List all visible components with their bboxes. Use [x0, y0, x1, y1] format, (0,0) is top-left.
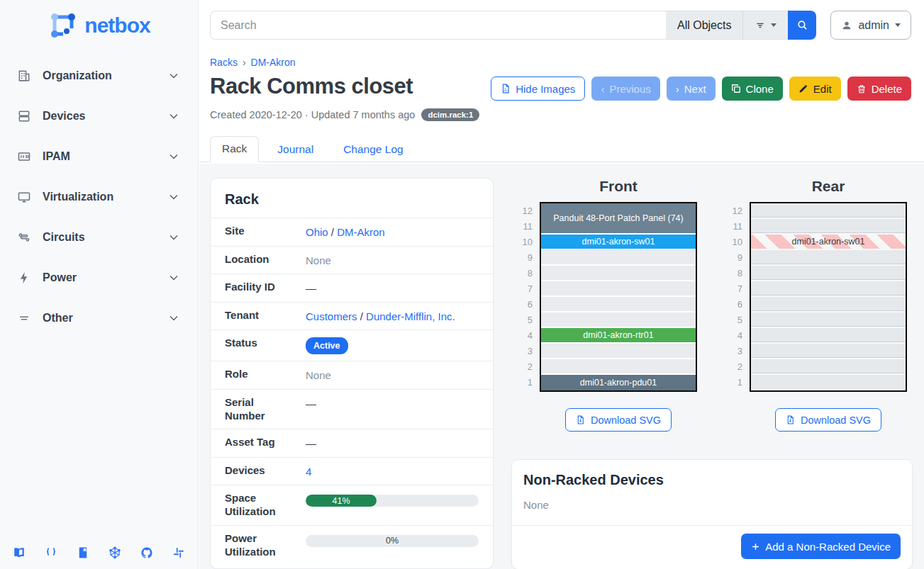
chevron-down-icon: [167, 230, 181, 244]
unit-label: 10: [513, 235, 533, 250]
rack-device[interactable]: dmi01-akron-pdu01: [541, 375, 696, 390]
rack-info-card: Rack Site Ohio / DM-Akron Location None …: [210, 178, 494, 569]
site-region-link[interactable]: Ohio: [306, 226, 328, 238]
search-filter-dropdown[interactable]: [742, 11, 788, 40]
plus-icon: [751, 542, 760, 551]
journal-icon[interactable]: [77, 546, 89, 559]
rack-unit-slot: [751, 250, 906, 266]
tab-rack[interactable]: Rack: [210, 136, 259, 162]
main-area: All Objects admin Racks›DM-Akron Rack Co…: [199, 0, 924, 569]
monitor-icon: [17, 190, 31, 204]
next-button[interactable]: › Next: [667, 77, 716, 101]
tenant-link[interactable]: Dunder-Mifflin, Inc.: [366, 310, 455, 322]
non-racked-empty-text: None: [512, 499, 912, 525]
field-devices: Devices 4: [211, 457, 493, 485]
site-link[interactable]: DM-Akron: [337, 226, 385, 238]
sidebar-item-circuits[interactable]: Circuits: [9, 225, 189, 249]
previous-button[interactable]: ‹ Previous: [591, 77, 659, 101]
tenant-group-link[interactable]: Customers: [306, 310, 357, 322]
rack-unit-slot: [751, 219, 906, 235]
unit-label: 12: [513, 203, 533, 219]
github-icon[interactable]: [140, 546, 153, 559]
field-tenant: Tenant Customers / Dunder-Mifflin, Inc.: [211, 302, 493, 330]
building-icon: [17, 69, 31, 83]
topbar: All Objects admin: [199, 0, 924, 40]
search-icon: [796, 19, 808, 31]
unit-label: 7: [723, 281, 742, 297]
username: admin: [858, 19, 889, 32]
sidebar-item-power[interactable]: Power: [9, 266, 189, 290]
space-utilization-bar: 41%: [306, 495, 479, 507]
page-title: Rack Comms closet: [210, 74, 413, 99]
sidebar: netbox Organization Devices IPAM Virtual…: [0, 0, 199, 569]
breadcrumb-separator: ›: [243, 57, 246, 68]
rack-device[interactable]: dmi01-akron-rtr01: [541, 328, 696, 342]
unit-label: 1: [723, 375, 742, 390]
breadcrumb-dm-akron[interactable]: DM-Akron: [251, 57, 296, 68]
graphql-icon[interactable]: [108, 546, 121, 559]
sidebar-item-ipam[interactable]: IPAM: [9, 145, 189, 169]
object-meta: Created 2020-12-20 · Updated 7 months ag…: [199, 101, 924, 121]
api-braces-icon[interactable]: [45, 546, 57, 559]
chevron-right-icon: ›: [676, 83, 679, 95]
sidebar-nav: Organization Devices IPAM Virtualization…: [0, 64, 198, 330]
tab-content: Rack Site Ohio / DM-Akron Location None …: [199, 164, 924, 569]
rear-elevation-title: Rear: [723, 178, 907, 195]
sidebar-item-devices[interactable]: Devices: [9, 104, 189, 128]
chevron-down-icon: [167, 150, 181, 164]
edit-button[interactable]: Edit: [789, 77, 841, 101]
rack-device[interactable]: Panduit 48-Port Patch Panel (74): [541, 203, 696, 233]
rack-unit-slot: [541, 297, 696, 312]
front-download-svg-button[interactable]: Download SVG: [565, 408, 672, 432]
sidebar-item-organization[interactable]: Organization: [9, 64, 189, 88]
unit-label: 3: [723, 344, 742, 359]
chevron-down-icon: [167, 69, 181, 83]
netbox-logo[interactable]: netbox: [0, 0, 198, 48]
rack-device[interactable]: dmi01-akron-sw01: [541, 235, 696, 249]
docs-icon[interactable]: [13, 546, 26, 559]
user-menu[interactable]: admin: [830, 11, 911, 40]
non-racked-title: Non-Racked Devices: [512, 460, 912, 499]
status-badge: Active: [306, 337, 348, 354]
sidebar-item-label: Circuits: [43, 231, 167, 244]
rear-download-svg-button[interactable]: Download SVG: [775, 408, 881, 432]
filter-icon: [755, 20, 766, 31]
rear-rack-diagram: dmi01-akron-sw01: [750, 202, 907, 392]
search-button[interactable]: [788, 11, 816, 40]
lines-icon: [17, 311, 31, 325]
delete-button[interactable]: Delete: [847, 77, 911, 101]
search-input[interactable]: [210, 11, 666, 40]
tab-journal[interactable]: Journal: [266, 137, 325, 162]
sidebar-item-other[interactable]: Other: [9, 306, 189, 330]
breadcrumb-racks[interactable]: Racks: [210, 57, 238, 68]
caret-down-icon: [895, 23, 901, 27]
rack-unit-slot: [751, 344, 906, 359]
netbox-logo-icon: [48, 10, 79, 41]
sidebar-item-label: Devices: [43, 110, 167, 123]
rack-unit-slot: [751, 375, 906, 390]
hide-images-button[interactable]: Hide Images: [491, 77, 585, 101]
rack-device[interactable]: dmi01-akron-sw01: [751, 235, 906, 249]
object-type-selector[interactable]: All Objects: [666, 11, 742, 40]
chevron-down-icon: [167, 109, 181, 123]
rear-elevation: Rear 121110987654321 dmi01-akron-sw01 Do…: [723, 178, 907, 432]
add-non-racked-device-button[interactable]: Add a Non-Racked Device: [741, 534, 901, 559]
unit-label: 6: [513, 297, 533, 312]
devices-count-link[interactable]: 4: [306, 466, 311, 478]
front-elevation: Front 121110987654321 Panduit 48-Port Pa…: [513, 178, 697, 432]
unit-label: 9: [723, 250, 742, 266]
chevron-left-icon: ‹: [601, 83, 604, 95]
field-role: Role None: [211, 361, 493, 389]
sidebar-item-virtualization[interactable]: Virtualization: [9, 185, 189, 209]
tab-change-log[interactable]: Change Log: [332, 137, 414, 162]
pencil-icon: [798, 84, 808, 94]
field-asset-tag: Asset Tag —: [211, 429, 493, 457]
circuits-icon: [17, 230, 31, 244]
slack-icon[interactable]: [172, 546, 185, 559]
unit-label: 8: [723, 266, 742, 281]
clone-button[interactable]: Clone: [722, 77, 783, 101]
tab-bar: Rack Journal Change Log: [199, 136, 924, 162]
rack-unit-slot: [541, 266, 696, 281]
unit-label: 8: [513, 266, 533, 281]
brand-name: netbox: [84, 13, 150, 38]
